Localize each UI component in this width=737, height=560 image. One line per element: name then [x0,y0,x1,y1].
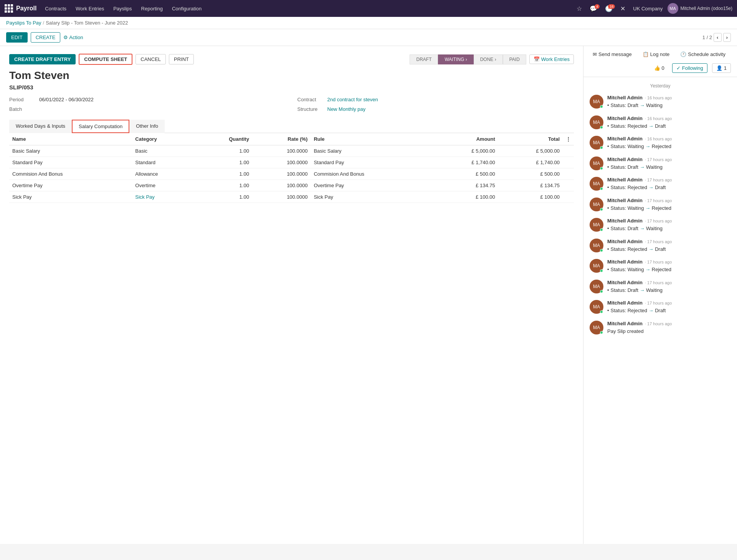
status-draft[interactable]: DRAFT [410,54,438,64]
period-label: Period [9,97,36,102]
col-name: Name [9,133,132,145]
chat-content: Mitchell Admin · 17 hours ago •Status: W… [607,259,731,273]
online-dot [600,228,603,231]
chat-content: Mitchell Admin · 17 hours ago •Status: D… [607,280,731,294]
log-note-button[interactable]: 📋 Log note [640,50,673,59]
calendar-icon: 📅 [534,56,540,62]
tab-other-info[interactable]: Other Info [129,120,165,133]
create-button[interactable]: CREATE [31,32,61,43]
chat-header: ✉ Send message 📋 Log note 🕐 Schedule act… [583,46,737,77]
chat-message: MA Mitchell Admin · 17 hours ago •Status… [583,256,737,277]
chat-meta: Mitchell Admin · 16 hours ago [607,95,731,100]
chat-avatar: MA [590,115,603,129]
cell-total: £ 134.75 [498,180,563,191]
chat-content: Mitchell Admin · 17 hours ago •Status: R… [607,239,731,253]
table-row[interactable]: Standard Pay Standard 1.00 100.0000 Stan… [9,157,574,168]
chat-change-text: Pay Slip created [607,328,644,334]
chat-meta: Mitchell Admin · 17 hours ago [607,239,731,244]
clock-icon[interactable]: 🕐 16 [602,3,616,14]
chat-meta: Mitchell Admin · 17 hours ago [607,300,731,306]
chat-author: Mitchell Admin [607,259,643,265]
table-row[interactable]: Sick Pay Sick Pay 1.00 100.0000 Sick Pay… [9,191,574,203]
chat-time: · 17 hours ago [645,280,672,285]
chat-content: Mitchell Admin · 16 hours ago •Status: D… [607,95,731,109]
work-entries-button[interactable]: 📅 Work Entries [529,54,574,64]
user-menu[interactable]: MA Mitchell Admin (odoo15e) [668,3,732,14]
likes-count: 👍 0 [651,64,668,72]
cell-total: £ 100.00 [498,191,563,203]
chat-icon[interactable]: 💬 4 [587,3,600,14]
table-row[interactable]: Commision And Bonus Allowance 1.00 100.0… [9,168,574,180]
send-message-button[interactable]: ✉ Send message [590,50,635,59]
print-button[interactable]: PRINT [169,54,194,64]
col-quantity: Quantity [195,133,252,145]
cell-menu [563,145,574,157]
chat-avatar: MA [590,259,603,273]
cell-name: Basic Salary [9,145,132,157]
clock-schedule-icon: 🕐 [680,51,686,57]
like-icon: 👍 [654,65,660,71]
breadcrumb-parent[interactable]: Payslips To Pay [6,20,41,26]
pagination-prev[interactable]: ‹ [714,33,721,42]
following-button[interactable]: ✓ Following [672,63,707,73]
online-dot [600,269,603,272]
col-rate: Rate (%) [252,133,311,145]
cell-name: Overtime Pay [9,180,132,191]
app-logo[interactable]: Payroll [5,4,36,13]
nav-work-entries[interactable]: Work Entries [72,0,108,17]
online-dot [600,187,603,190]
form-fields: Period 06/01/2022 - 06/30/2022 Contract … [9,97,574,112]
cell-quantity: 1.00 [195,145,252,157]
chat-author: Mitchell Admin [607,136,643,142]
structure-field: Structure New Monthly pay [297,106,574,112]
chat-meta: Mitchell Admin · 17 hours ago [607,177,731,183]
chat-text: •Status: Draft → Waiting [607,287,731,294]
create-draft-entry-button[interactable]: CREATE DRAFT ENTRY [9,54,76,64]
chat-content: Mitchell Admin · 16 hours ago •Status: R… [607,115,731,130]
cell-rate: 100.0000 [252,157,311,168]
contract-link[interactable]: 2nd contract for steven [327,97,378,102]
category-text: Overtime [135,183,155,188]
grid-icon [5,4,13,13]
follower-count-button[interactable]: 👤 1 [712,63,731,73]
cell-amount: £ 100.00 [434,191,498,203]
star-icon[interactable]: ☆ [573,3,585,14]
schedule-activity-button[interactable]: 🕐 Schedule activity [677,50,729,59]
tab-worked-days[interactable]: Worked Days & Inputs [9,120,72,133]
table-row[interactable]: Basic Salary Basic 1.00 100.0000 Basic S… [9,145,574,157]
action-button[interactable]: ⚙ Action [63,35,83,40]
structure-link[interactable]: New Monthly pay [327,106,366,112]
nav-contracts[interactable]: Contracts [41,0,70,17]
cancel-button[interactable]: CANCEL [136,54,166,64]
cell-quantity: 1.00 [195,168,252,180]
nav-configuration[interactable]: Configuration [168,0,205,17]
nav-payslips[interactable]: Payslips [109,0,136,17]
chat-time: · 17 hours ago [645,321,672,326]
pagination-next[interactable]: › [723,33,731,42]
table-row[interactable]: Overtime Pay Overtime 1.00 100.0000 Over… [9,180,574,191]
contract-field: Contract 2nd contract for steven [297,97,574,102]
category-link[interactable]: Sick Pay [135,194,155,200]
cell-amount: £ 1,740.00 [434,157,498,168]
cell-menu [563,180,574,191]
chat-meta: Mitchell Admin · 17 hours ago [607,280,731,285]
chat-content: Mitchell Admin · 16 hours ago •Status: W… [607,136,731,150]
nav-reporting[interactable]: Reporting [137,0,167,17]
chat-meta: Mitchell Admin · 16 hours ago [607,136,731,142]
chat-time: · 17 hours ago [645,157,672,162]
status-waiting[interactable]: WAITING › [438,54,473,64]
close-icon[interactable]: ✕ [617,3,628,14]
chat-message: MA Mitchell Admin · 17 hours ago •Status… [583,153,737,174]
edit-button[interactable]: EDIT [6,32,28,43]
chat-avatar: MA [590,321,603,334]
status-done[interactable]: DONE › [474,54,503,64]
person-icon: 👤 [716,65,722,71]
tab-salary-computation[interactable]: Salary Computation [72,120,129,133]
chat-status-change: •Status: Rejected → Draft [607,184,731,191]
cell-name: Standard Pay [9,157,132,168]
chat-meta: Mitchell Admin · 16 hours ago [607,115,731,121]
status-paid[interactable]: PAID [503,54,526,64]
chat-message: MA Mitchell Admin · 16 hours ago •Status… [583,112,737,133]
cell-category: Allowance [132,168,195,180]
compute-sheet-button[interactable]: COMPUTE SHEET [79,54,132,65]
